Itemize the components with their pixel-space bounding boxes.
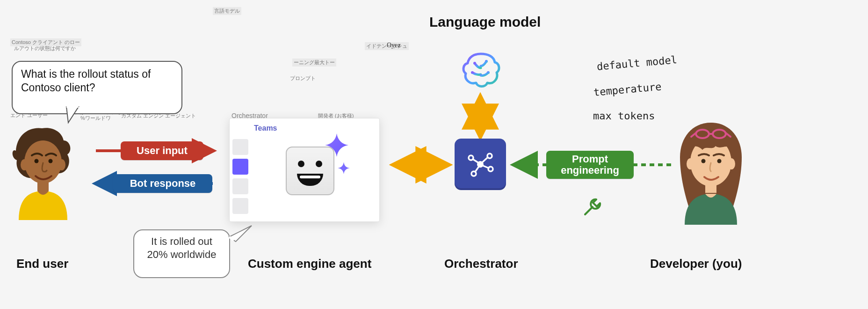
svg-point-0	[24, 140, 62, 184]
svg-line-22	[473, 159, 478, 162]
svg-point-2	[58, 159, 65, 170]
jp-prompt: プロンプト	[290, 75, 316, 82]
svg-line-23	[483, 157, 488, 162]
developer-avatar	[669, 117, 753, 225]
svg-point-4	[49, 159, 53, 163]
custom-engine-agent-label: Custom engine agent	[248, 257, 371, 271]
rail-item-1[interactable]	[232, 139, 248, 155]
bot-response-pill: Bot response	[113, 174, 212, 193]
svg-line-24	[483, 166, 489, 168]
sparkle-small-icon	[337, 162, 350, 175]
language-model-label: Language model	[429, 14, 541, 30]
svg-point-14	[702, 159, 706, 163]
teams-app-window: Teams	[229, 118, 380, 222]
svg-point-7	[687, 158, 694, 169]
bot-speech-tail	[229, 224, 253, 243]
rail-item-3[interactable]	[232, 178, 248, 194]
svg-rect-5	[37, 182, 49, 191]
bot-response-pill-text: Bot response	[130, 177, 196, 190]
user-speech-bubble: What is the rollout status of Contoso cl…	[12, 61, 182, 114]
rail-item-4[interactable]	[232, 198, 248, 214]
end-user-label: End user	[16, 257, 68, 271]
svg-point-15	[717, 159, 722, 163]
end-user-avatar	[5, 122, 80, 220]
brain-icon	[459, 49, 502, 92]
prompt-engineering-text: Prompt engineering	[561, 154, 619, 176]
user-input-pill-text: User input	[137, 145, 188, 157]
user-question-text: What is the rollout status of Contoso cl…	[21, 68, 151, 94]
wrench-icon	[582, 197, 603, 217]
orchestrator-label: Orchestrator	[444, 257, 518, 271]
prompt-engineering-pill: Prompt engineering	[546, 151, 634, 179]
jp-rollout2: %ワールドワ	[80, 115, 111, 122]
svg-rect-16	[705, 184, 716, 193]
param-temperature: temperature	[593, 81, 662, 98]
rail-item-active[interactable]	[232, 159, 248, 175]
svg-point-3	[35, 159, 39, 163]
orchestrator-icon	[455, 139, 506, 190]
bot-speech-bubble: It is rolled out 20% worldwide	[133, 229, 230, 278]
teams-app-title: Teams	[254, 124, 277, 132]
svg-line-25	[475, 167, 478, 172]
sparkle-large-icon	[324, 132, 349, 158]
svg-point-1	[21, 159, 28, 170]
param-default-model: default model	[596, 54, 678, 73]
developer-label: Developer (you)	[650, 257, 742, 271]
user-input-pill: User input	[121, 141, 203, 160]
diagram-stage: Language model 言語モデル Contoso クライアント のロー …	[0, 0, 868, 309]
jp-lang-model: 言語モデル	[213, 7, 241, 15]
jp-oyez: Oyez	[387, 42, 401, 49]
svg-point-8	[728, 158, 735, 169]
param-max-tokens: max tokens	[593, 110, 655, 122]
teams-rail	[232, 139, 248, 214]
jp-tokens: ーニング最大トー	[292, 59, 336, 66]
bot-answer-text: It is rolled out 20% worldwide	[147, 235, 217, 260]
jp-contoso-2: ルアウトの状態は何ですか	[14, 45, 76, 52]
